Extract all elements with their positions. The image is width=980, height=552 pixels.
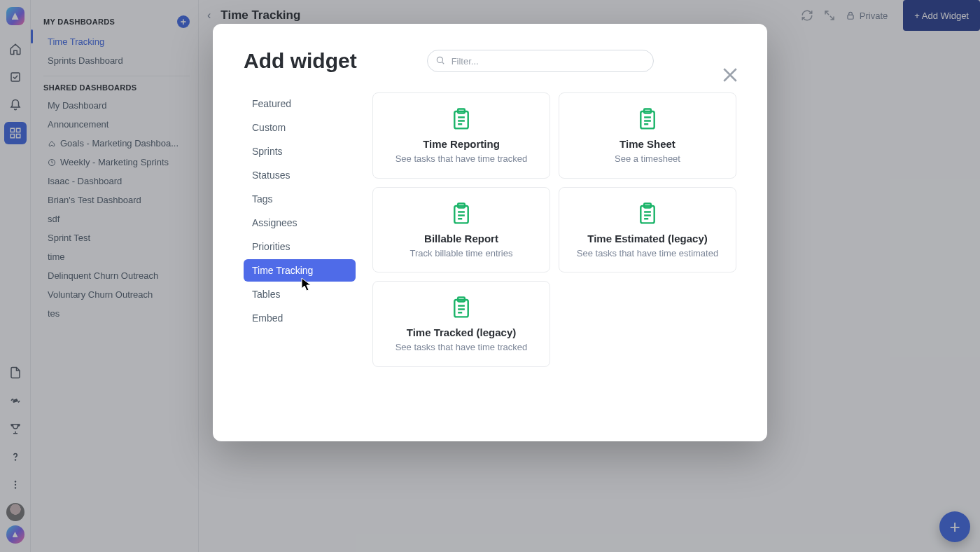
widget-category-list: Featured Custom Sprints Statuses Tags As…	[244, 92, 356, 420]
widget-grid: Time Reporting See tasks that have time …	[372, 92, 736, 420]
search-icon	[435, 55, 445, 68]
category-priorities[interactable]: Priorities	[244, 235, 356, 258]
category-assignees[interactable]: Assignees	[244, 212, 356, 234]
widget-card-time-estimated-legacy[interactable]: Time Estimated (legacy) See tasks that h…	[559, 187, 736, 273]
modal-close-button[interactable]	[720, 64, 741, 88]
clipboard-icon	[637, 202, 658, 226]
clipboard-icon	[451, 202, 472, 226]
clipboard-icon	[451, 107, 472, 131]
widget-desc: See a timesheet	[615, 153, 680, 165]
add-widget-modal: Add widget Featured Custom Sprints Statu…	[213, 24, 767, 441]
svg-point-12	[437, 57, 442, 62]
category-statuses[interactable]: Statuses	[244, 164, 356, 186]
category-time-tracking[interactable]: Time Tracking	[244, 259, 356, 282]
widget-title: Billable Report	[424, 233, 498, 244]
category-sprints[interactable]: Sprints	[244, 140, 356, 163]
category-embed[interactable]: Embed	[244, 307, 356, 329]
widget-title: Time Reporting	[423, 138, 500, 150]
modal-title: Add widget	[244, 49, 357, 73]
widget-desc: Track billable time entries	[410, 247, 513, 260]
widget-title: Time Sheet	[620, 138, 676, 150]
widget-title: Time Tracked (legacy)	[407, 326, 516, 338]
widget-desc: See tasks that have time estimated	[577, 247, 718, 260]
widget-card-time-sheet[interactable]: Time Sheet See a timesheet	[559, 92, 736, 179]
clipboard-icon	[637, 107, 658, 131]
widget-card-billable-report[interactable]: Billable Report Track billable time entr…	[372, 187, 550, 273]
widget-card-time-reporting[interactable]: Time Reporting See tasks that have time …	[372, 92, 550, 179]
widget-title: Time Estimated (legacy)	[587, 233, 707, 244]
category-tags[interactable]: Tags	[244, 188, 356, 210]
category-tables[interactable]: Tables	[244, 283, 356, 305]
clipboard-icon	[451, 296, 472, 319]
widget-desc: See tasks that have time tracked	[396, 341, 528, 354]
widget-card-time-tracked-legacy[interactable]: Time Tracked (legacy) See tasks that hav…	[372, 281, 550, 367]
widget-filter-input[interactable]	[427, 50, 654, 72]
category-custom[interactable]: Custom	[244, 116, 356, 139]
widget-desc: See tasks that have time tracked	[396, 153, 528, 165]
category-featured[interactable]: Featured	[244, 92, 356, 115]
